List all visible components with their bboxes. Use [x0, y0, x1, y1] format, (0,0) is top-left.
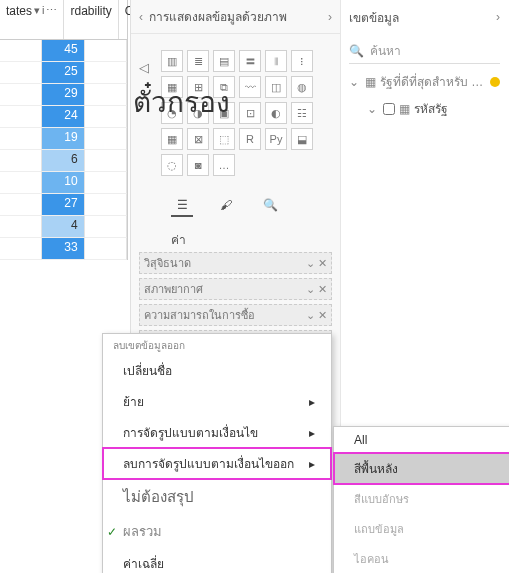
cell — [0, 40, 42, 62]
chevron-right-icon[interactable]: › — [328, 10, 332, 24]
fields-tab[interactable]: ☰ — [171, 195, 193, 217]
submenu-item[interactable]: ไอคอน — [334, 544, 509, 573]
viz-type-button[interactable]: ≣ — [187, 50, 209, 72]
fields-title: เขตข้อมูล — [349, 8, 399, 27]
cell — [85, 150, 127, 172]
field-well[interactable]: ความสามารถในการซื้อ⌄✕ — [139, 304, 332, 326]
viz-type-button[interactable]: ▦ — [161, 76, 183, 98]
viz-gallery: ▥≣▤〓⫴⫶▦⊞⧉〰◫◍◔◑▣⊡◐☷▦⊠⬚RPy⬓◌◙… — [161, 50, 336, 176]
chevron-right-icon[interactable]: › — [496, 10, 500, 24]
remove-icon[interactable]: ✕ — [318, 257, 327, 270]
table-row[interactable]: 24 — [0, 106, 127, 128]
viz-type-button[interactable]: … — [213, 154, 235, 176]
viz-type-button[interactable]: ▥ — [161, 50, 183, 72]
analytics-tab[interactable]: 🔍 — [259, 195, 281, 217]
viz-type-button[interactable]: ▤ — [213, 50, 235, 72]
field-well[interactable]: วิสุจิธนาด⌄✕ — [139, 252, 332, 274]
viz-type-button[interactable]: ◑ — [187, 102, 209, 124]
menu-label: ลบการจัดรูปแบบตามเงื่อนไขออก — [123, 454, 294, 473]
filter-icon[interactable]: ▾ — [34, 4, 40, 17]
viz-type-button[interactable]: 〓 — [239, 50, 261, 72]
col-header-states[interactable]: tates ▾ i ⋯ — [0, 0, 64, 39]
table-row[interactable]: 10 — [0, 172, 127, 194]
cell — [85, 172, 127, 194]
viz-type-button[interactable]: ◫ — [265, 76, 287, 98]
cell — [85, 40, 127, 62]
menu-item[interactable]: ✓ผลรวม — [103, 515, 331, 548]
chevron-down-icon[interactable]: ⌄ — [306, 309, 315, 322]
viz-type-button[interactable]: ◐ — [265, 102, 287, 124]
cell-value: 45 — [42, 40, 84, 62]
chevron-down-icon: ⌄ — [367, 102, 377, 116]
chevron-down-icon[interactable]: ⌄ — [306, 257, 315, 270]
viz-pane-header: ‹ การแสดงผลข้อมูลด้วยภาพ › — [131, 0, 340, 34]
viz-type-button[interactable]: ⫴ — [265, 50, 287, 72]
viz-type-button[interactable]: ⬓ — [291, 128, 313, 150]
cell — [85, 238, 127, 260]
chevron-down-icon[interactable]: ⌄ — [306, 283, 315, 296]
table-row[interactable]: 19 — [0, 128, 127, 150]
cell — [85, 62, 127, 84]
submenu-arrow-icon: ▸ — [309, 457, 315, 471]
viz-type-button[interactable]: ◍ — [291, 76, 313, 98]
values-label: ค่า — [171, 230, 186, 249]
table-row[interactable]: 45 — [0, 40, 127, 62]
menu-item[interactable]: ลบการจัดรูปแบบตามเงื่อนไขออก▸ — [103, 448, 331, 479]
cell-value: 25 — [42, 62, 84, 84]
menu-title: ลบเขตข้อมูลออก — [103, 334, 331, 355]
info-icon[interactable]: i — [42, 4, 44, 16]
search-input[interactable]: 🔍 ค้นหา — [349, 38, 500, 64]
remove-icon[interactable]: ✕ — [318, 283, 327, 296]
viz-type-button[interactable]: ⧉ — [213, 76, 235, 98]
col-label: rdability — [70, 4, 111, 18]
submenu-item[interactable]: All — [334, 427, 509, 453]
cell-value: 24 — [42, 106, 84, 128]
format-tab[interactable]: 🖌 — [215, 195, 237, 217]
cell-value: 4 — [42, 216, 84, 238]
menu-item[interactable]: ค่าเฉลี่ย — [103, 548, 331, 573]
table-item[interactable]: ⌄ ▦ รัฐที่ดีที่สุดสำหรับ sun... — [341, 68, 508, 95]
fields-pane-header: เขตข้อมูล › — [341, 0, 508, 34]
context-menu: ลบเขตข้อมูลออก เปลี่ยนชื่อย้าย▸การจัดรูป… — [102, 333, 332, 573]
viz-type-button[interactable]: ▣ — [213, 102, 235, 124]
viz-type-button[interactable]: ◙ — [187, 154, 209, 176]
menu-item[interactable]: ย้าย▸ — [103, 386, 331, 417]
viz-type-button[interactable]: ⊞ — [187, 76, 209, 98]
viz-type-button[interactable]: ◔ — [161, 102, 183, 124]
menu-item[interactable]: เปลี่ยนชื่อ — [103, 355, 331, 386]
table-row[interactable]: 4 — [0, 216, 127, 238]
menu-icon[interactable]: ⋯ — [46, 4, 57, 17]
viz-type-button[interactable]: ⊠ — [187, 128, 209, 150]
viz-type-button[interactable]: 〰 — [239, 76, 261, 98]
menu-item[interactable]: ไม่ต้องสรุป — [103, 479, 331, 515]
viz-type-button[interactable]: R — [239, 128, 261, 150]
viz-type-button[interactable]: ⊡ — [239, 102, 261, 124]
menu-label: ย้าย — [123, 392, 144, 411]
table-row[interactable]: 33 — [0, 238, 127, 260]
viz-type-button[interactable]: ⬚ — [213, 128, 235, 150]
viz-type-button[interactable]: ⫶ — [291, 50, 313, 72]
submenu-item[interactable]: สีพื้นหลัง — [334, 453, 509, 484]
check-icon: ✓ — [107, 525, 117, 539]
collapse-icon[interactable]: ◁ — [139, 60, 149, 75]
chevron-left-icon[interactable]: ‹ — [139, 10, 143, 24]
table-row[interactable]: 25 — [0, 62, 127, 84]
remove-icon[interactable]: ✕ — [318, 309, 327, 322]
field-well[interactable]: สภาพยากาศ⌄✕ — [139, 278, 332, 300]
table-row[interactable]: 27 — [0, 194, 127, 216]
table-row[interactable]: 29 — [0, 84, 127, 106]
field-item[interactable]: ⌄ ▦ รหัสรัฐ — [341, 95, 508, 122]
table-row[interactable]: 6 — [0, 150, 127, 172]
viz-type-button[interactable]: ▦ — [161, 128, 183, 150]
submenu-item[interactable]: สีแบบอักษร — [334, 484, 509, 514]
col-header-rdability[interactable]: rdability — [64, 0, 118, 39]
cell-value: 10 — [42, 172, 84, 194]
viz-type-button[interactable]: ☷ — [291, 102, 313, 124]
cell — [85, 194, 127, 216]
menu-item[interactable]: การจัดรูปแบบตามเงื่อนไข▸ — [103, 417, 331, 448]
field-checkbox[interactable] — [383, 103, 395, 115]
cell-value: 6 — [42, 150, 84, 172]
viz-type-button[interactable]: ◌ — [161, 154, 183, 176]
submenu-item[interactable]: แถบข้อมูล — [334, 514, 509, 544]
viz-type-button[interactable]: Py — [265, 128, 287, 150]
